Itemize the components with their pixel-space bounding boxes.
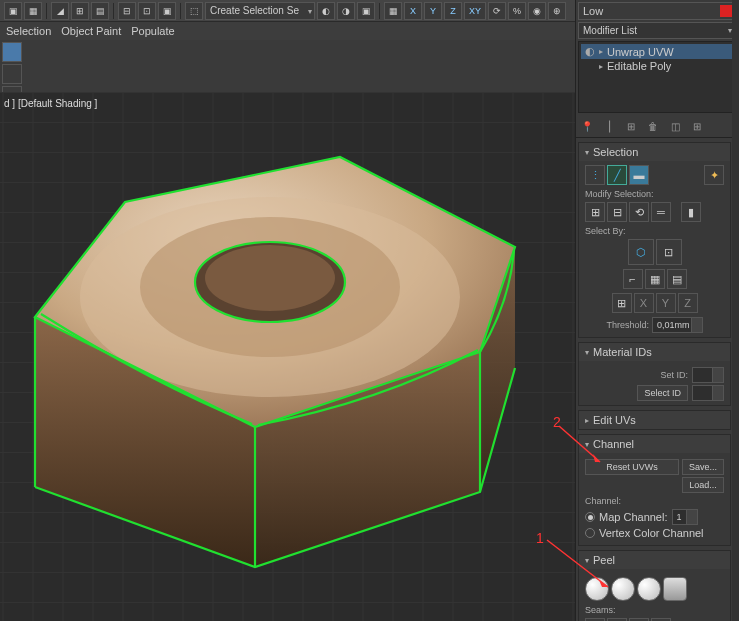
viewport-label: d ] [Default Shading ] <box>4 98 97 109</box>
panel-scrollbar[interactable] <box>732 0 739 621</box>
quick-peel-icon[interactable] <box>585 577 609 601</box>
label: Select By: <box>585 226 724 236</box>
map-channel-spinner[interactable]: 1 <box>672 509 698 525</box>
toolbar-icon[interactable]: ⊕ <box>548 2 566 20</box>
rollout-peel: ▾Peel Seams: ⊡ ⊟ → ▦ <box>578 550 731 621</box>
rollout-header[interactable]: ▾Material IDs <box>579 343 730 361</box>
stack-item-unwrap-uvw[interactable]: ◐ ▸ Unwrap UVW <box>581 44 734 59</box>
label: Set ID: <box>660 370 688 380</box>
color-swatch[interactable] <box>720 5 732 17</box>
selection-tool-icon[interactable]: ▮ <box>681 202 701 222</box>
axis-z-button[interactable]: Z <box>444 2 462 20</box>
sub-toolbar-item[interactable]: Selection <box>6 25 51 37</box>
select-by-icon[interactable]: ▦ <box>645 269 665 289</box>
grow-selection-icon[interactable]: ⊞ <box>585 202 605 222</box>
toolbar-icon[interactable]: ⊡ <box>138 2 156 20</box>
poly-subobj-icon[interactable]: ▬ <box>629 165 649 185</box>
sub-toolbar-item[interactable]: Populate <box>131 25 174 37</box>
delete-modifier-icon[interactable]: 🗑 <box>646 119 660 133</box>
rollout-header[interactable]: ▾Peel <box>579 551 730 569</box>
visibility-toggle-icon[interactable]: ◐ <box>585 45 595 58</box>
axis-x-button[interactable]: X <box>404 2 422 20</box>
toolbar-icon[interactable]: ◑ <box>337 2 355 20</box>
toolbar-icon[interactable]: % <box>508 2 526 20</box>
toolbar-icon[interactable]: ▣ <box>158 2 176 20</box>
toolbar-icon[interactable]: ⊞ <box>71 2 89 20</box>
toolbar-icon[interactable]: ▦ <box>24 2 42 20</box>
select-by-icon[interactable]: ⊡ <box>656 239 682 265</box>
ring-selection-icon[interactable]: ⟲ <box>629 202 649 222</box>
modifier-list-dropdown[interactable]: Modifier List <box>578 22 737 39</box>
select-by-element-icon[interactable]: ⬡ <box>628 239 654 265</box>
select-by-icon[interactable]: ⌐ <box>623 269 643 289</box>
toolbar-icon[interactable]: ⟳ <box>488 2 506 20</box>
left-tool-icon[interactable] <box>2 64 22 84</box>
map-channel-radio[interactable]: Map Channel: 1 <box>585 509 724 525</box>
stack-tool-icon[interactable]: ⎮ <box>602 119 616 133</box>
toolbar-icon[interactable]: ▣ <box>357 2 375 20</box>
axis-xy-button[interactable]: XY <box>464 2 486 20</box>
planar-y-button[interactable]: Y <box>656 293 676 313</box>
command-panel: Low Modifier List ◐ ▸ Unwrap UVW ▸ Edita… <box>575 0 739 621</box>
toolbar-icon[interactable]: ▦ <box>384 2 402 20</box>
viewport[interactable]: d ] [Default Shading ] <box>0 92 575 621</box>
stack-tool-icon[interactable]: ⊞ <box>624 119 638 133</box>
rollout-material-ids: ▾Material IDs Set ID: Select ID <box>578 342 731 406</box>
select-id-button[interactable]: Select ID <box>637 385 688 401</box>
planar-z-button[interactable]: Z <box>678 293 698 313</box>
vertex-subobj-icon[interactable]: ⋮ <box>585 165 605 185</box>
rollout-channel: ▾Channel Reset UVWs Save... Load... Chan… <box>578 434 731 546</box>
stack-tool-icon[interactable]: ◫ <box>668 119 682 133</box>
peel-mode-icon[interactable] <box>611 577 635 601</box>
rollout-selection: ▾Selection ⋮ ╱ ▬ ✦ Modify Selection: ⊞ ⊟… <box>578 142 731 338</box>
left-tool-icon[interactable] <box>2 42 22 62</box>
planar-x-button[interactable]: X <box>634 293 654 313</box>
label: Channel: <box>585 496 724 506</box>
hex-nut-model-icon <box>20 142 520 572</box>
rollout-header[interactable]: ▾Selection <box>579 143 730 161</box>
select-id-spinner[interactable] <box>692 385 724 401</box>
set-id-spinner[interactable] <box>692 367 724 383</box>
rollout-header[interactable]: ▸Edit UVs <box>579 411 730 429</box>
rollout-edit-uvs: ▸Edit UVs <box>578 410 731 430</box>
threshold-spinner[interactable]: 0,01mm <box>652 317 703 333</box>
selection-set-dropdown[interactable]: Create Selection Se <box>205 2 315 20</box>
toolbar-icon[interactable]: ▣ <box>4 2 22 20</box>
pin-stack-icon[interactable]: 📍 <box>580 119 594 133</box>
axis-y-button[interactable]: Y <box>424 2 442 20</box>
stack-tools: 📍 ⎮ ⊞ 🗑 ◫ ⊞ <box>576 115 739 138</box>
rollout-header[interactable]: ▾Channel <box>579 435 730 453</box>
svg-point-6 <box>205 245 335 311</box>
relax-icon[interactable] <box>663 577 687 601</box>
reset-uvws-button[interactable]: Reset UVWs <box>585 459 679 475</box>
sub-toolbar-item[interactable]: Object Paint <box>61 25 121 37</box>
toolbar-icon[interactable]: ◢ <box>51 2 69 20</box>
seams-label: Seams: <box>585 605 724 615</box>
threshold-label: Threshold: <box>606 320 649 330</box>
vertex-color-radio[interactable]: Vertex Color Channel <box>585 527 724 539</box>
stack-item-editable-poly[interactable]: ▸ Editable Poly <box>581 59 734 73</box>
toolbar-icon[interactable]: ◐ <box>317 2 335 20</box>
modifier-stack[interactable]: ◐ ▸ Unwrap UVW ▸ Editable Poly <box>578 41 737 113</box>
pelt-map-icon[interactable] <box>637 577 661 601</box>
planar-x-icon[interactable]: ⊞ <box>612 293 632 313</box>
shrink-selection-icon[interactable]: ⊟ <box>607 202 627 222</box>
tweak-icon[interactable]: ✦ <box>704 165 724 185</box>
loop-selection-icon[interactable]: ═ <box>651 202 671 222</box>
toolbar-icon[interactable]: ⊟ <box>118 2 136 20</box>
toolbar-icon[interactable]: ⬚ <box>185 2 203 20</box>
save-button[interactable]: Save... <box>682 459 724 475</box>
load-button[interactable]: Load... <box>682 477 724 493</box>
select-by-icon[interactable]: ▤ <box>667 269 687 289</box>
toolbar-icon[interactable]: ◉ <box>528 2 546 20</box>
label: Modify Selection: <box>585 189 724 199</box>
object-name-field[interactable]: Low <box>578 2 737 20</box>
toolbar-icon[interactable]: ▤ <box>91 2 109 20</box>
configure-stack-icon[interactable]: ⊞ <box>690 119 704 133</box>
edge-subobj-icon[interactable]: ╱ <box>607 165 627 185</box>
